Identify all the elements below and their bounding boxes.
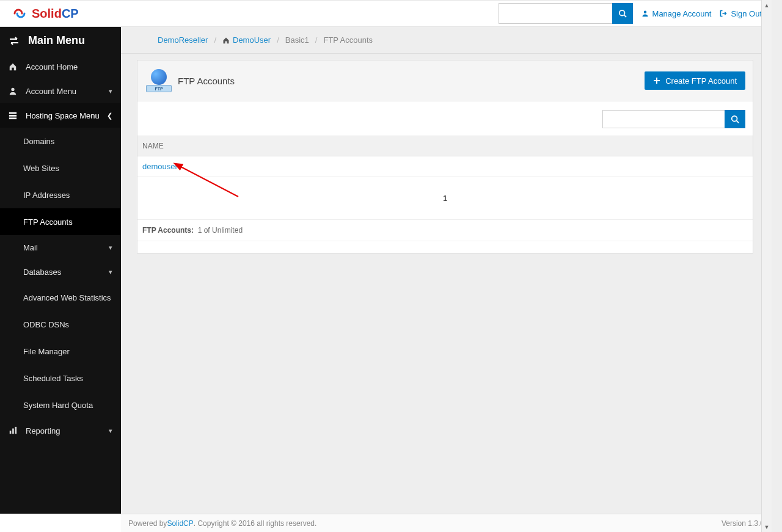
home-icon: [222, 37, 230, 44]
crumb-separator: /: [309, 35, 324, 45]
panel-search-input[interactable]: [602, 110, 725, 128]
svg-rect-6: [9, 118, 16, 120]
footer-prefix: Powered by: [128, 519, 167, 528]
svg-rect-7: [10, 431, 12, 434]
sign-out-link[interactable]: Sign Out: [720, 9, 762, 18]
sidebar-sub-ip[interactable]: IP Addresses: [0, 181, 121, 208]
global-search-input[interactable]: [499, 3, 612, 24]
main-menu-header: Main Menu: [0, 27, 121, 54]
panel-search-row: [137, 101, 753, 136]
svg-point-10: [732, 116, 737, 122]
main-content: DemoReseller / DemoUser / Basic1 / FTP A…: [121, 27, 772, 514]
footer-solidcp-link[interactable]: SolidCP: [167, 519, 193, 528]
chevron-down-icon: ▾: [109, 244, 112, 252]
sidebar-item-reporting[interactable]: Reporting ▾: [0, 418, 121, 443]
logo[interactable]: SolidCP: [10, 6, 79, 21]
plus-icon: [653, 77, 660, 84]
crumb-demoreseller[interactable]: DemoReseller: [158, 35, 208, 45]
footer-version: Version 1.3.0: [722, 519, 764, 528]
quota-row: FTP Accounts: 1 of Unlimited: [137, 220, 753, 241]
menu-swap-icon: [9, 36, 20, 46]
search-icon: [618, 9, 627, 18]
crumb-label: DemoUser: [233, 35, 271, 45]
sidebar-sub-mail[interactable]: Mail ▾: [0, 235, 121, 260]
scroll-down-icon[interactable]: ▼: [762, 522, 772, 532]
chevron-down-icon: ▾: [109, 268, 112, 276]
sign-out-label: Sign Out: [731, 9, 762, 18]
ftp-account-link-demouser[interactable]: demouser: [142, 162, 178, 171]
sidebar-sub-ftp[interactable]: FTP Accounts: [0, 208, 121, 235]
create-ftp-label: Create FTP Account: [665, 76, 737, 86]
manage-account-link[interactable]: Manage Account: [641, 9, 712, 18]
sidebar: Main Menu Account Home Account Menu ▾: [0, 27, 121, 514]
sidebar-item-label: Domains: [23, 137, 54, 146]
sidebar-item-label: Mail: [23, 243, 38, 252]
svg-point-2: [643, 11, 646, 14]
sidebar-sub-quota[interactable]: System Hard Quota: [0, 392, 121, 418]
sidebar-item-label: ODBC DSNs: [23, 320, 69, 329]
crumb-basic1: Basic1: [285, 35, 309, 45]
global-search-button[interactable]: [612, 3, 633, 24]
sidebar-item-label: Reporting: [26, 426, 60, 435]
table-header-name: NAME: [137, 136, 753, 156]
svg-rect-8: [12, 429, 14, 434]
global-search: [499, 3, 633, 24]
chart-icon: [9, 426, 21, 435]
search-icon: [731, 115, 739, 123]
sidebar-sub-domains[interactable]: Domains: [0, 128, 121, 155]
crumb-separator: /: [271, 35, 285, 45]
scroll-up-icon[interactable]: ▲: [762, 0, 772, 10]
manage-account-label: Manage Account: [652, 9, 712, 18]
pager: 1: [137, 177, 753, 220]
footer: Powered by SolidCP . Copyright © 2016 al…: [121, 514, 772, 532]
footer-suffix: . Copyright © 2016 all rights reserved.: [194, 519, 317, 528]
sidebar-sub-databases[interactable]: Databases ▾: [0, 260, 121, 284]
sidebar-item-hosting-space[interactable]: Hosting Space Menu ❮: [0, 103, 121, 128]
home-icon: [9, 62, 21, 71]
sidebar-item-label: Hosting Space Menu: [26, 111, 100, 120]
crumb-demouser[interactable]: DemoUser: [222, 35, 271, 45]
table-row: demouser: [137, 156, 753, 177]
svg-rect-9: [15, 427, 17, 434]
sidebar-sub-websites[interactable]: Web Sites: [0, 155, 121, 181]
ftp-icon: FTP: [146, 69, 172, 92]
page-scrollbar[interactable]: ▲ ▼: [761, 0, 772, 532]
panel-title: FTP Accounts: [178, 76, 235, 86]
sidebar-sub-file-manager[interactable]: File Manager: [0, 338, 121, 365]
chevron-down-icon: ▾: [109, 87, 112, 95]
sidebar-item-label: IP Addresses: [23, 191, 70, 200]
page-number[interactable]: 1: [443, 194, 447, 203]
svg-point-0: [619, 10, 624, 16]
server-icon: [9, 111, 21, 120]
sidebar-item-label: Account Home: [26, 62, 78, 71]
user-icon: [9, 87, 21, 95]
panel-tail: [137, 241, 753, 253]
sidebar-item-label: Advanced Web Statistics: [23, 293, 111, 302]
sidebar-item-label: Databases: [23, 268, 61, 277]
main-menu-title: Main Menu: [28, 34, 85, 47]
panel-header: FTP FTP Accounts Create FTP Account: [137, 60, 753, 101]
breadcrumb: DemoReseller / DemoUser / Basic1 / FTP A…: [121, 27, 772, 54]
logo-swirl-icon: [10, 6, 29, 21]
sidebar-item-label: Web Sites: [23, 164, 59, 173]
sidebar-item-label: Account Menu: [26, 87, 76, 96]
create-ftp-button[interactable]: Create FTP Account: [645, 71, 745, 90]
sidebar-sub-odbc[interactable]: ODBC DSNs: [0, 311, 121, 338]
svg-line-1: [624, 15, 626, 18]
top-header: SolidCP Manage Account: [0, 0, 772, 27]
sidebar-item-label: FTP Accounts: [23, 217, 73, 227]
quota-value: 1 of Unlimited: [198, 226, 243, 235]
panel-search-button[interactable]: [725, 110, 745, 128]
svg-point-3: [11, 88, 14, 91]
ftp-panel: FTP FTP Accounts Create FTP Account: [137, 60, 753, 253]
sidebar-sub-scheduled[interactable]: Scheduled Tasks: [0, 365, 121, 392]
sidebar-item-label: Scheduled Tasks: [23, 374, 83, 383]
sidebar-item-account-menu[interactable]: Account Menu ▾: [0, 79, 121, 103]
sidebar-sub-stats[interactable]: Advanced Web Statistics: [0, 284, 121, 311]
user-icon: [641, 10, 649, 17]
svg-rect-5: [9, 115, 16, 117]
sidebar-item-label: System Hard Quota: [23, 401, 93, 410]
sidebar-item-account-home[interactable]: Account Home: [0, 54, 121, 79]
crumb-separator: /: [208, 35, 222, 45]
quota-label: FTP Accounts:: [142, 226, 194, 235]
